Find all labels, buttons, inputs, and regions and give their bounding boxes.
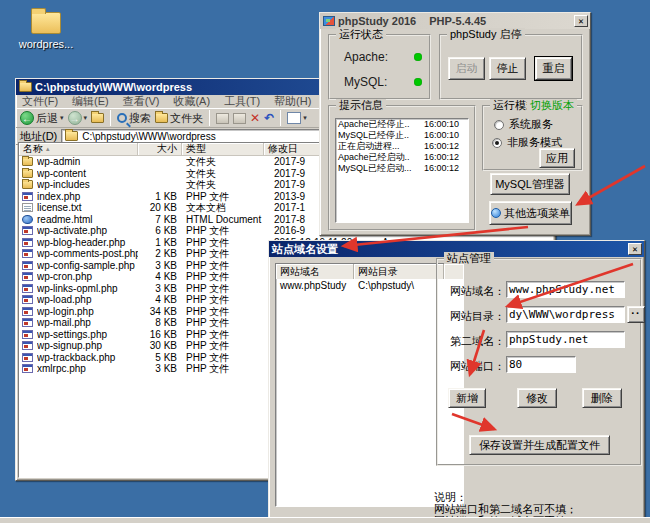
menu-item[interactable]: 工具(T) [224, 94, 260, 109]
file-type: 文本文档 [182, 202, 264, 213]
file-size: 3 KB [138, 363, 182, 374]
radio-system-service[interactable]: 系统服务 [494, 117, 553, 132]
file-type: HTML Document [182, 214, 264, 225]
folders-icon [155, 113, 168, 123]
file-type: PHP 文件 [182, 225, 264, 236]
messages-listbox[interactable]: Apache已经停止.. 16:00:10 MySQL已经停止.. 16:00:… [335, 118, 469, 223]
file-type: PHP 文件 [182, 340, 264, 351]
file-name: readme.html [37, 214, 138, 225]
phpstudy-titlebar[interactable]: phpStudy 2016 PHP-5.4.45 ✕ [320, 13, 590, 29]
menu-item[interactable]: 帮助(H) [274, 94, 311, 109]
port-input[interactable]: 80 [506, 356, 576, 373]
explorer-titlebar-folder-icon [19, 82, 32, 92]
mode-group: 运行模式 切换版本 系统服务 非服务模式 应用 [482, 105, 583, 171]
modify-button[interactable]: 修改 [517, 388, 557, 408]
taskbar[interactable] [0, 517, 650, 523]
file-name: xmlrpc.php [37, 363, 138, 374]
copy-to-icon[interactable] [233, 113, 246, 124]
file-name: wp-signup.php [37, 340, 138, 351]
start-button[interactable]: 启动 [448, 57, 485, 80]
column-name[interactable]: 名称▴ [19, 143, 138, 155]
stop-button[interactable]: 停止 [489, 57, 526, 80]
desktop-folder-wordpress[interactable]: wordpres... [14, 12, 78, 50]
move-to-icon[interactable] [216, 113, 229, 124]
file-size: 16 KB [138, 329, 182, 340]
message-time: 16:00:12 [424, 152, 465, 163]
message-text: MySQL已经停止.. [338, 130, 409, 141]
menu-item[interactable]: 文件(F) [22, 94, 58, 109]
other-options-button[interactable]: 其他选项菜单 [489, 201, 572, 225]
domain2-input[interactable]: phpStudy.net [506, 331, 625, 348]
apache-status-dot [414, 53, 422, 61]
dir-input[interactable]: dy\WWW\wordpress [506, 306, 625, 323]
forward-dropdown-icon[interactable]: ▾ [84, 114, 88, 122]
file-name: wp-config-sample.php [37, 260, 138, 271]
message-row: MySQL已经停止.. 16:00:10 [336, 130, 468, 141]
folders-button[interactable]: 文件夹 [155, 111, 203, 126]
file-type-icon [22, 330, 33, 339]
file-size: 3 KB [138, 283, 182, 294]
save-config-button[interactable]: 保存设置并生成配置文件 [469, 435, 610, 455]
file-type: PHP 文件 [182, 363, 264, 374]
site-row[interactable]: www.phpStudy C:\phpstudy\ [276, 279, 463, 292]
forward-icon: → [68, 111, 82, 125]
close-icon[interactable]: ✕ [574, 15, 588, 27]
file-type-icon [22, 215, 33, 224]
file-name: wp-includes [37, 179, 138, 190]
address-folder-icon [65, 131, 78, 141]
col-site-dir[interactable]: 网站目录 [354, 264, 444, 279]
control-group: phpStudy 启停 启动 停止 重启 [439, 34, 583, 100]
message-text: Apache已经启动.. [338, 152, 410, 163]
file-name: wp-comments-post.php [37, 248, 138, 259]
back-button[interactable]: ← 后退 ▾ [20, 111, 64, 126]
views-button[interactable]: ▾ [287, 112, 307, 124]
col-site-domain[interactable]: 网站域名 [276, 264, 354, 279]
message-row: Apache已经停止.. 16:00:10 [336, 119, 468, 130]
file-type-icon [22, 249, 33, 258]
site-row-domain: www.phpStudy [276, 279, 354, 292]
undo-icon[interactable]: ↶ [264, 111, 274, 125]
file-type-icon [22, 272, 33, 281]
file-name: wp-settings.php [37, 329, 138, 340]
phpstudy-version: PHP-5.4.45 [429, 15, 486, 27]
note-line: 网站端口和第二域名可不填； [434, 503, 634, 515]
browse-button[interactable]: ·· [627, 306, 645, 323]
message-time: 16:00:10 [424, 119, 465, 130]
file-name: license.txt [37, 202, 138, 213]
message-time: 16:00:12 [424, 141, 465, 152]
close-icon[interactable]: ✕ [628, 243, 642, 255]
search-button[interactable]: 搜索 [117, 111, 151, 126]
restart-button[interactable]: 重启 [535, 57, 572, 80]
status-group: 运行状态 Apache: MySQL: [328, 34, 431, 100]
column-size[interactable]: 大小 [138, 143, 182, 155]
switch-version-link[interactable]: 切换版本 [527, 99, 577, 111]
radio-icon [494, 120, 504, 130]
domain-input[interactable]: www.phpStudy.net [506, 281, 625, 298]
menu-item[interactable]: 查看(V) [123, 94, 160, 109]
up-button[interactable] [91, 113, 104, 123]
file-size: 5 KB [138, 352, 182, 363]
file-type: PHP 文件 [182, 352, 264, 363]
file-type-icon [22, 353, 33, 362]
file-size: 4 KB [138, 271, 182, 282]
delete-button[interactable]: 删除 [582, 388, 622, 408]
file-type: PHP 文件 [182, 191, 264, 202]
apply-button[interactable]: 应用 [539, 148, 575, 168]
menu-item[interactable]: 收藏(A) [173, 94, 210, 109]
file-type-icon [22, 295, 33, 304]
file-type: PHP 文件 [182, 271, 264, 282]
dialog-title: 站点域名设置 [272, 242, 338, 257]
messages-group: 提示信息 Apache已经停止.. 16:00:10 MySQL已经停止.. 1… [328, 105, 476, 231]
mysql-manager-button[interactable]: MySQL管理器 [490, 173, 570, 195]
apache-status: Apache: [344, 50, 422, 64]
delete-icon[interactable]: ✕ [250, 111, 260, 125]
file-type: PHP 文件 [182, 329, 264, 340]
column-type[interactable]: 类型 [182, 143, 264, 155]
forward-button[interactable]: → ▾ [68, 111, 88, 125]
back-dropdown-icon[interactable]: ▾ [60, 114, 64, 122]
file-name: index.php [37, 191, 138, 202]
menu-item[interactable]: 编辑(E) [72, 94, 109, 109]
add-button[interactable]: 新增 [448, 388, 486, 408]
file-name: wp-trackback.php [37, 352, 138, 363]
file-type: PHP 文件 [182, 317, 264, 328]
